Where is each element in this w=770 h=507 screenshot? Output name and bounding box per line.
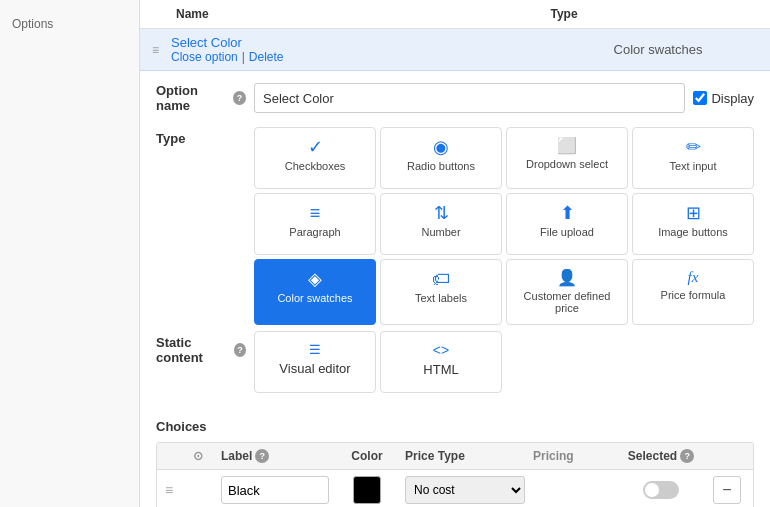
- type-card-color-swatches[interactable]: ◈ Color swatches: [254, 259, 376, 325]
- static-content-section: Static content ? ☰ Visual editor <> HTML: [156, 331, 754, 393]
- checkboxes-label: Checkboxes: [285, 160, 346, 172]
- type-grid: ✓ Checkboxes ◉ Radio buttons ⬜ Dropdown …: [254, 127, 754, 325]
- file-upload-icon: ⬆: [560, 204, 575, 222]
- text-labels-icon: 🏷: [432, 270, 450, 288]
- close-option-link[interactable]: Close option: [171, 50, 238, 64]
- delete-option-link[interactable]: Delete: [249, 50, 284, 64]
- html-label: HTML: [423, 362, 458, 377]
- text-input-label: Text input: [669, 160, 716, 172]
- choices-color-col: Color: [337, 449, 397, 463]
- choice-row-black: ≡ No cost Fixed Percentage: [157, 470, 753, 507]
- main-content: Name Type ≡ Select Color Close option | …: [140, 0, 770, 507]
- option-name-input[interactable]: [254, 83, 685, 113]
- option-name-label: Option name ?: [156, 83, 246, 113]
- type-card-paragraph[interactable]: ≡ Paragraph: [254, 193, 376, 255]
- choice-color-black: [337, 476, 397, 504]
- choices-table: ⊙ Label ? Color Price Type Pricing Selec…: [156, 442, 754, 507]
- choices-check-icon: ⊙: [193, 449, 203, 463]
- choice-action-black: −: [709, 476, 745, 504]
- display-label: Display: [711, 91, 754, 106]
- type-card-html[interactable]: <> HTML: [380, 331, 502, 393]
- sidebar: Options: [0, 0, 140, 507]
- type-card-text-input[interactable]: ✏ Text input: [632, 127, 754, 189]
- checkboxes-icon: ✓: [308, 138, 323, 156]
- color-swatch-black[interactable]: [353, 476, 381, 504]
- choices-section: Choices ⊙ Label ? Color Price Type Prici…: [140, 419, 770, 507]
- static-empty-2: [632, 331, 754, 393]
- type-card-radio-buttons[interactable]: ◉ Radio buttons: [380, 127, 502, 189]
- choices-label-help-icon[interactable]: ?: [255, 449, 269, 463]
- option-name-row: Option name ? Display: [156, 83, 754, 113]
- drag-handle-icon[interactable]: ≡: [152, 43, 159, 57]
- dropdown-select-icon: ⬜: [557, 138, 577, 154]
- option-name-help-icon[interactable]: ?: [233, 91, 246, 105]
- selected-option-row: ≡ Select Color Close option | Delete Col…: [140, 29, 770, 71]
- radio-buttons-label: Radio buttons: [407, 160, 475, 172]
- choices-label-col: Label ?: [221, 449, 329, 463]
- col-name-header: Name: [176, 7, 370, 21]
- type-card-visual-editor[interactable]: ☰ Visual editor: [254, 331, 376, 393]
- price-formula-label: Price formula: [661, 289, 726, 301]
- col-type-header: Type: [370, 7, 758, 21]
- color-swatches-icon: ◈: [308, 270, 322, 288]
- type-card-file-upload[interactable]: ⬆ File upload: [506, 193, 628, 255]
- choices-selected-help-icon[interactable]: ?: [680, 449, 694, 463]
- type-card-image-buttons[interactable]: ⊞ Image buttons: [632, 193, 754, 255]
- choices-label: Choices: [156, 419, 754, 434]
- static-content-help-icon[interactable]: ?: [234, 343, 246, 357]
- type-section-label: Type: [156, 127, 246, 146]
- file-upload-label: File upload: [540, 226, 594, 238]
- type-section-row: Type ✓ Checkboxes ◉ Radio buttons ⬜ Drop…: [156, 127, 754, 325]
- paragraph-label: Paragraph: [289, 226, 340, 238]
- choices-pricing-col: Pricing: [533, 449, 613, 463]
- color-swatches-label: Color swatches: [277, 292, 352, 304]
- type-card-price-formula[interactable]: fx Price formula: [632, 259, 754, 325]
- choice-selected-black: [621, 481, 701, 499]
- choice-remove-black[interactable]: −: [713, 476, 741, 504]
- option-name-link[interactable]: Select Color: [171, 35, 550, 50]
- image-buttons-icon: ⊞: [686, 204, 701, 222]
- type-card-checkboxes[interactable]: ✓ Checkboxes: [254, 127, 376, 189]
- choices-check-col: ⊙: [193, 449, 213, 463]
- display-checkbox[interactable]: [693, 91, 707, 105]
- type-card-dropdown-select[interactable]: ⬜ Dropdown select: [506, 127, 628, 189]
- choice-label-black: [221, 476, 329, 504]
- choice-toggle-black[interactable]: [643, 481, 679, 499]
- choices-pricetype-col: Price Type: [405, 449, 525, 463]
- table-header: Name Type: [140, 0, 770, 29]
- image-buttons-label: Image buttons: [658, 226, 728, 238]
- visual-editor-label: Visual editor: [279, 361, 350, 376]
- static-content-label: Static content ?: [156, 331, 246, 365]
- visual-editor-icon: ☰: [309, 342, 321, 357]
- price-formula-icon: fx: [688, 270, 699, 285]
- choice-pricetype-black: No cost Fixed Percentage: [405, 476, 525, 504]
- dropdown-select-label: Dropdown select: [526, 158, 608, 170]
- number-label: Number: [421, 226, 460, 238]
- choice-drag-black[interactable]: ≡: [165, 482, 185, 498]
- type-card-customer-defined-price[interactable]: 👤 Customer defined price: [506, 259, 628, 325]
- option-panel: Option name ? Display Type ✓ Checkboxes …: [140, 71, 770, 419]
- choices-selected-col: Selected ?: [621, 449, 701, 463]
- radio-buttons-icon: ◉: [433, 138, 449, 156]
- type-card-number[interactable]: ⇅ Number: [380, 193, 502, 255]
- customer-defined-price-label: Customer defined price: [513, 290, 621, 314]
- customer-defined-price-icon: 👤: [557, 270, 577, 286]
- option-type-label: Color swatches: [558, 42, 758, 57]
- choice-pricetype-select-black[interactable]: No cost Fixed Percentage: [405, 476, 525, 504]
- sidebar-label: Options: [12, 17, 53, 31]
- display-checkbox-wrapper: Display: [693, 91, 754, 106]
- html-icon: <>: [433, 342, 449, 358]
- static-empty-1: [506, 331, 628, 393]
- choice-label-input-black[interactable]: [221, 476, 329, 504]
- text-input-icon: ✏: [686, 138, 701, 156]
- number-icon: ⇅: [434, 204, 449, 222]
- text-labels-label: Text labels: [415, 292, 467, 304]
- static-type-grid: ☰ Visual editor <> HTML: [254, 331, 754, 393]
- type-card-text-labels[interactable]: 🏷 Text labels: [380, 259, 502, 325]
- paragraph-icon: ≡: [310, 204, 321, 222]
- choices-table-header: ⊙ Label ? Color Price Type Pricing Selec…: [157, 443, 753, 470]
